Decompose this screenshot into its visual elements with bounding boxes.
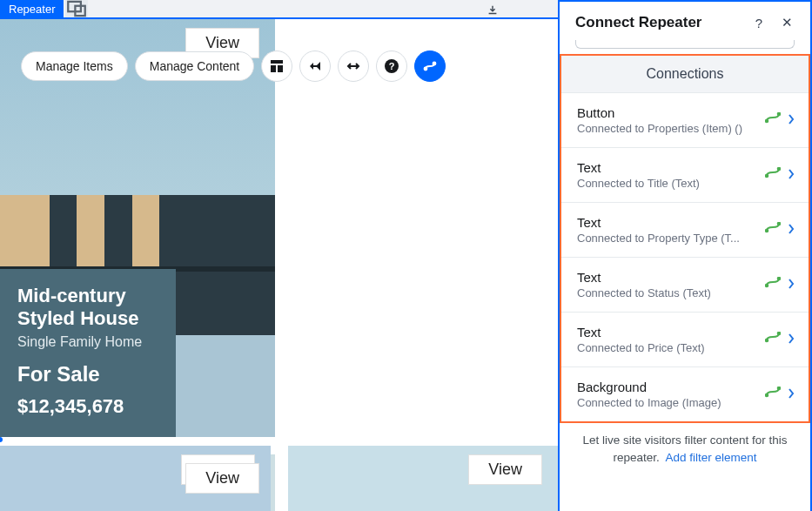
connection-sub: Connected to Status (Text) — [577, 286, 758, 299]
svg-point-8 — [433, 63, 436, 65]
view-label: View — [205, 34, 239, 51]
connected-icon — [765, 277, 781, 292]
filter-note: Let live site visitors filter content fo… — [560, 423, 810, 466]
connected-icon — [765, 387, 781, 402]
card-price: $12,345,678 — [17, 395, 158, 418]
connection-title: Text — [577, 215, 758, 230]
connection-title: Background — [577, 380, 758, 394]
chevron-right-icon — [788, 167, 795, 183]
svg-point-9 — [766, 120, 768, 123]
card-info: Mid-century Styled House Single Family H… — [0, 269, 176, 437]
svg-point-12 — [778, 168, 781, 171]
stretch-icon[interactable] — [338, 50, 369, 82]
connected-icon — [765, 167, 781, 183]
connected-icon — [765, 222, 781, 238]
view-button[interactable]: View — [468, 454, 542, 485]
svg-point-14 — [778, 223, 781, 225]
connect-repeater-panel: Connect Repeater ? ✕ Connections Button … — [558, 0, 812, 511]
connection-title: Button — [577, 105, 758, 120]
svg-point-20 — [778, 387, 781, 390]
help-icon[interactable]: ? — [376, 50, 407, 82]
manage-items-label: Manage Items — [36, 59, 113, 73]
connection-sub: Connected to Property Type (T... — [577, 232, 758, 245]
chevron-right-icon — [788, 332, 795, 347]
panel-help-button[interactable]: ? — [749, 16, 768, 30]
chevron-right-icon — [788, 222, 795, 238]
floating-toolbar: Manage Items Manage Content ? — [21, 50, 446, 82]
connected-icon — [765, 332, 781, 347]
tab-label: Repeater — [9, 3, 55, 16]
connection-sub: Connected to Price (Text) — [577, 341, 758, 354]
tab-repeater[interactable]: Repeater — [0, 0, 64, 17]
layout-icon[interactable] — [261, 50, 292, 82]
connection-item-background[interactable]: Background Connected to Image (Image) — [561, 366, 809, 421]
panel-header: Connect Repeater ? ✕ — [560, 2, 810, 40]
card-row-2: View View — [0, 446, 558, 511]
card-property-type: Single Family Home — [17, 334, 158, 350]
download-icon[interactable] — [483, 3, 502, 18]
dataset-dropdown-hint[interactable] — [575, 40, 795, 49]
connected-icon — [765, 112, 781, 128]
connection-item-button[interactable]: Button Connected to Properties (Item) () — [561, 92, 809, 147]
svg-point-17 — [766, 340, 768, 342]
svg-rect-4 — [278, 65, 283, 72]
svg-rect-2 — [271, 60, 283, 64]
panel-close-button[interactable]: ✕ — [777, 15, 796, 30]
card-item-4[interactable]: View — [288, 446, 559, 511]
connection-sub: Connected to Title (Text) — [577, 177, 758, 190]
repeater-canvas: View Mid-century Styled House Single Fam… — [0, 19, 558, 511]
animation-icon[interactable] — [299, 50, 331, 82]
connection-item-text-status[interactable]: Text Connected to Status (Text) — [561, 257, 809, 312]
chevron-right-icon — [788, 112, 795, 128]
panel-title: Connect Repeater — [575, 14, 749, 31]
manage-content-button[interactable]: Manage Content — [135, 51, 255, 81]
connect-data-icon[interactable] — [414, 50, 446, 82]
connection-sub: Connected to Image (Image) — [577, 396, 758, 409]
connection-title: Text — [577, 270, 758, 285]
svg-point-7 — [425, 68, 427, 71]
svg-point-15 — [766, 285, 768, 287]
connections-section: Connections Button Connected to Properti… — [560, 54, 810, 423]
connection-item-text-title[interactable]: Text Connected to Title (Text) — [561, 147, 809, 202]
svg-point-10 — [778, 113, 781, 116]
add-filter-link[interactable]: Add filter element — [666, 451, 757, 464]
svg-point-18 — [778, 333, 781, 335]
svg-text:?: ? — [389, 61, 395, 71]
svg-point-13 — [766, 230, 768, 232]
connection-item-text-price[interactable]: Text Connected to Price (Text) — [561, 312, 809, 366]
svg-rect-3 — [271, 65, 276, 72]
connection-sub: Connected to Properties (Item) () — [577, 122, 758, 135]
chevron-right-icon — [788, 277, 795, 292]
chevron-right-icon — [788, 387, 795, 402]
manage-items-button[interactable]: Manage Items — [21, 51, 128, 81]
connections-list: Button Connected to Properties (Item) ()… — [561, 92, 809, 421]
connection-item-text-ptype[interactable]: Text Connected to Property Type (T... — [561, 202, 809, 257]
svg-point-16 — [778, 278, 781, 280]
tab-icon-responsive[interactable] — [65, 0, 88, 17]
manage-content-label: Manage Content — [150, 59, 240, 73]
connection-title: Text — [577, 160, 758, 175]
card-status: For Sale — [17, 362, 158, 387]
svg-point-19 — [766, 394, 768, 397]
svg-point-11 — [766, 175, 768, 178]
card-item-1[interactable]: View Mid-century Styled House Single Fam… — [0, 19, 275, 437]
view-label: View — [488, 461, 522, 478]
view-button[interactable]: View — [185, 463, 259, 494]
view-label: View — [205, 469, 239, 487]
connections-header: Connections — [561, 56, 809, 92]
connection-title: Text — [577, 325, 758, 340]
card-title: Mid-century Styled House — [17, 285, 158, 329]
